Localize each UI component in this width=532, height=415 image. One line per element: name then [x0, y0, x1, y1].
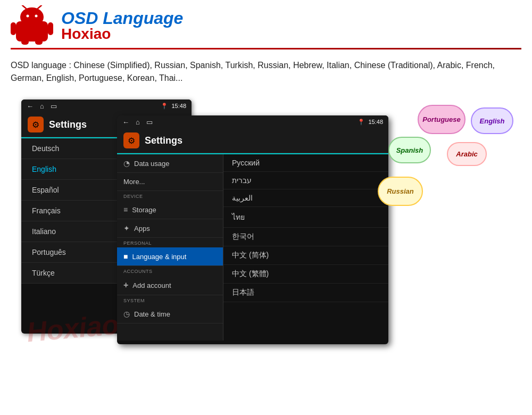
lang-russian[interactable]: Русский	[223, 154, 388, 172]
menu-date-time-label: Date & time	[134, 310, 170, 318]
lang-arabic[interactable]: العربية	[223, 189, 388, 207]
menu-data-usage-label: Data usage	[134, 160, 170, 168]
bubble-arabic: Arabic	[447, 142, 487, 166]
front-settings-title: Settings	[145, 135, 182, 146]
front-settings-icon: ⚙	[123, 132, 139, 148]
svg-rect-8	[21, 39, 29, 45]
bubble-portuguese: Portuguese	[418, 105, 466, 134]
back-nav-icons: ← ⌂ ▭	[27, 102, 57, 110]
bubble-russian: Russian	[378, 177, 423, 206]
menu-apps[interactable]: ✦ Apps	[117, 219, 223, 238]
menu-more[interactable]: More...	[117, 173, 223, 191]
svg-point-3	[35, 15, 38, 18]
android-logo	[11, 5, 53, 45]
bubble-spanish-label: Spanish	[396, 146, 423, 154]
back-settings-icon: ⚙	[28, 117, 44, 132]
bubble-portuguese-label: Portuguese	[422, 115, 461, 123]
menu-more-label: More...	[123, 178, 145, 186]
svg-rect-7	[48, 22, 53, 35]
menu-storage-label: Storage	[132, 206, 156, 214]
section-accounts: ACCOUNTS	[117, 266, 223, 276]
left-menu: ◔ Data usage More... DEVICE ≡ Storage ✦ …	[117, 154, 223, 341]
front-location-icon: 📍	[358, 119, 365, 126]
back-arrow-icon[interactable]: ←	[27, 102, 34, 110]
back-status-right: 📍 15:48	[161, 103, 186, 110]
lang-korean[interactable]: 한국어	[223, 228, 388, 246]
right-lang-list: Русский עברית العربية ไทย 한국어 中文 (简体) 中文…	[223, 154, 388, 341]
recents-icon[interactable]: ▭	[51, 102, 57, 110]
back-time: 15:48	[171, 103, 186, 109]
menu-apps-label: Apps	[134, 225, 150, 233]
brand-name: Hoxiao	[61, 26, 183, 43]
lang-chinese-traditional[interactable]: 中文 (繁體)	[223, 265, 388, 284]
divider-line	[11, 48, 521, 49]
section-personal: PERSONAL	[117, 238, 223, 247]
data-usage-icon: ◔	[123, 159, 130, 168]
back-status-bar: ← ⌂ ▭ 📍 15:48	[21, 99, 192, 112]
section-system: SYSTEM	[117, 295, 223, 305]
storage-icon: ≡	[123, 205, 128, 214]
lang-japanese[interactable]: 日本語	[223, 284, 388, 302]
svg-point-2	[27, 15, 29, 18]
front-home-icon[interactable]: ⌂	[136, 118, 140, 126]
bubble-english-label: English	[480, 117, 505, 125]
menu-date-time[interactable]: ◷ Date & time	[117, 305, 223, 323]
menu-storage[interactable]: ≡ Storage	[117, 201, 223, 219]
front-status-bar: ← ⌂ ▭ 📍 15:48	[117, 115, 388, 128]
front-nav-icons: ← ⌂ ▭	[122, 118, 153, 126]
bubble-english: English	[471, 107, 513, 134]
add-icon: +	[123, 280, 128, 290]
menu-language-input[interactable]: ■ Language & input	[117, 247, 223, 266]
back-location-icon: 📍	[161, 103, 168, 110]
brand-title-block: OSD Language Hoxiao	[61, 9, 183, 43]
svg-rect-9	[35, 39, 43, 45]
lang-thai[interactable]: ไทย	[223, 207, 388, 228]
front-panels: ◔ Data usage More... DEVICE ≡ Storage ✦ …	[117, 154, 388, 341]
lang-hebrew[interactable]: עברית	[223, 172, 388, 189]
bubble-spanish: Spanish	[388, 137, 431, 163]
section-device: DEVICE	[117, 191, 223, 201]
header: OSD Language Hoxiao	[0, 0, 532, 48]
lang-chinese-simplified[interactable]: 中文 (简体)	[223, 246, 388, 265]
front-status-right: 📍 15:48	[358, 119, 383, 126]
menu-add-account-label: Add account	[132, 281, 171, 289]
svg-point-1	[20, 7, 44, 27]
bubble-arabic-label: Arabic	[456, 150, 477, 158]
front-back-arrow-icon[interactable]: ←	[122, 118, 129, 126]
menu-language-label: Language & input	[132, 253, 186, 261]
front-time: 15:48	[368, 119, 383, 125]
svg-rect-6	[11, 22, 16, 35]
home-icon[interactable]: ⌂	[40, 102, 44, 110]
description-text: OSD language : Chinese (Simplified), Rus…	[0, 55, 532, 89]
screen-front: ← ⌂ ▭ 📍 15:48 ⚙ Settings ◔ Data usage	[117, 115, 388, 344]
back-settings-title: Settings	[49, 119, 87, 130]
language-icon: ■	[123, 252, 128, 261]
menu-data-usage[interactable]: ◔ Data usage	[117, 154, 223, 173]
front-recents-icon[interactable]: ▭	[146, 118, 153, 126]
screens-container: ← ⌂ ▭ 📍 15:48 ⚙ Settings Deutsch English…	[11, 89, 521, 350]
bubble-russian-label: Russian	[387, 187, 414, 195]
svg-line-5	[38, 5, 41, 9]
menu-add-account[interactable]: + Add account	[117, 276, 223, 295]
apps-icon: ✦	[123, 224, 130, 233]
svg-line-4	[22, 5, 26, 9]
front-settings-header: ⚙ Settings	[117, 128, 388, 153]
clock-icon: ◷	[123, 310, 130, 318]
